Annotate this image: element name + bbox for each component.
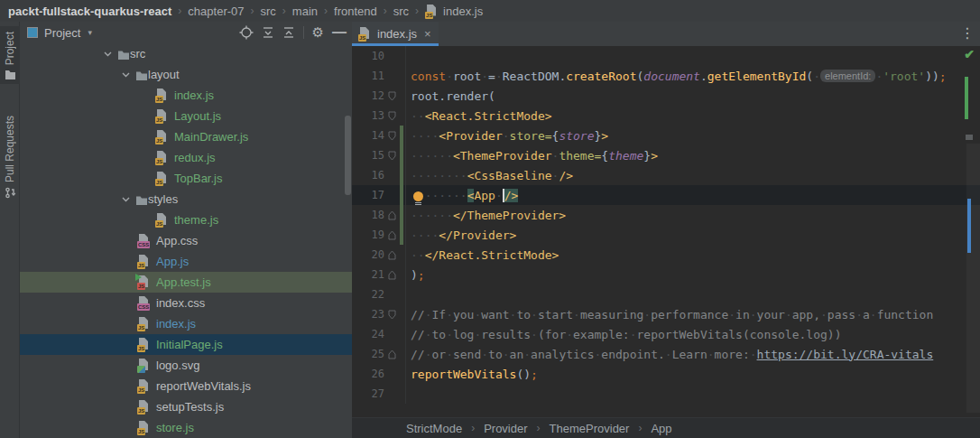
settings-gear-icon[interactable]: ⚙ <box>312 26 324 39</box>
tree-item-App.js[interactable]: JSApp.js <box>20 251 352 272</box>
tree-item-styles[interactable]: styles <box>20 189 352 210</box>
title-segment-main[interactable]: main <box>292 5 318 18</box>
code-text[interactable]: root.render( <box>406 89 495 103</box>
code-line-12[interactable]: 12root.render( <box>352 86 980 106</box>
breadcrumb-item-App[interactable]: App <box>651 422 671 435</box>
chevron-expanded-icon[interactable] <box>119 72 132 78</box>
code-line-19[interactable]: 19····</Provider> <box>352 225 980 245</box>
code-line-17[interactable]: 17········<App·/> <box>352 185 980 205</box>
code-line-13[interactable]: 13··<React.StrictMode> <box>352 106 980 126</box>
chevron-expanded-icon[interactable] <box>101 51 114 57</box>
code-text[interactable]: //·or·send·to·an·analytics·endpoint.·Lea… <box>406 348 933 361</box>
code-text[interactable]: ··<React.StrictMode> <box>406 109 552 123</box>
locate-file-icon[interactable] <box>239 25 254 40</box>
code-text[interactable]: //·If·you·want·to·start·measuring·perfor… <box>406 308 933 322</box>
code-text[interactable]: ········<App·/> <box>406 189 518 202</box>
fold-marker-icon[interactable] <box>384 310 399 320</box>
fold-marker-icon[interactable] <box>384 230 399 240</box>
tool-button-project[interactable]: Project <box>0 26 20 84</box>
js-file-icon: JS <box>137 379 151 393</box>
tree-item-MainDrawer.js[interactable]: JSMainDrawer.js <box>20 126 352 147</box>
expand-all-icon[interactable] <box>262 26 274 39</box>
tab-index-js[interactable]: JS index.js × <box>352 22 439 46</box>
tree-item-App.css[interactable]: CSSApp.css <box>20 230 352 251</box>
breadcrumb-separator: › <box>471 422 475 434</box>
breadcrumb-item-Provider[interactable]: Provider <box>484 422 527 435</box>
title-segment-frontend[interactable]: frontend <box>334 5 377 18</box>
intention-bulb-icon[interactable] <box>413 191 424 206</box>
fold-marker-icon[interactable] <box>384 111 399 121</box>
title-segment-packt-fullstack-quarkus-react[interactable]: packt-fullstack-quarkus-react <box>8 5 171 18</box>
code-line-24[interactable]: 24//·to·log·results·(for·example:·report… <box>352 324 980 344</box>
tree-item-logo.svg[interactable]: logo.svg <box>20 355 352 376</box>
fold-marker-icon[interactable] <box>384 349 399 359</box>
close-icon[interactable]: × <box>424 27 431 41</box>
code-text[interactable]: ····<Provider·store={store}> <box>406 129 608 143</box>
breadcrumb-separator: › <box>282 5 286 17</box>
tree-item-App.test.js[interactable]: JSApp.test.js <box>20 272 352 293</box>
code-text[interactable]: ········<CssBaseline·/> <box>406 169 573 182</box>
code-text[interactable]: ); <box>406 268 425 282</box>
code-line-11[interactable]: 11const·root·=·ReactDOM.createRoot(docum… <box>352 66 980 86</box>
code-line-25[interactable]: 25//·or·send·to·an·analytics·endpoint.·L… <box>352 344 980 364</box>
breadcrumb-item-StrictMode[interactable]: StrictMode <box>406 422 462 435</box>
hide-panel-icon[interactable]: — <box>332 24 347 41</box>
chevron-down-icon[interactable]: ▾ <box>88 28 92 37</box>
code-line-14[interactable]: 14····<Provider·store={store}> <box>352 126 980 145</box>
tree-item-redux.js[interactable]: JSredux.js <box>20 147 352 168</box>
tree-item-store.js[interactable]: JSstore.js <box>20 417 352 438</box>
tool-button-pull-requests[interactable]: Pull Requests <box>0 116 20 199</box>
editor-scrollbar-track[interactable] <box>966 144 980 413</box>
code-line-10[interactable]: 10 <box>352 46 980 66</box>
code-line-20[interactable]: 20··</React.StrictMode> <box>352 245 980 265</box>
tree-item-layout[interactable]: layout <box>20 64 352 85</box>
collapse-all-icon[interactable] <box>282 26 295 39</box>
tree-item-Layout.js[interactable]: JSLayout.js <box>20 106 352 126</box>
tree-item-index.js[interactable]: JSindex.js <box>20 85 352 106</box>
code-text[interactable]: ··</React.StrictMode> <box>406 248 559 262</box>
code-line-16[interactable]: 16········<CssBaseline·/> <box>352 165 980 185</box>
code-line-15[interactable]: 15······<ThemeProvider·theme={theme}> <box>352 145 980 165</box>
title-segment-src[interactable]: src <box>393 5 409 18</box>
tree-item-src[interactable]: src <box>20 43 352 64</box>
fold-marker-icon[interactable] <box>384 151 399 161</box>
code-line-18[interactable]: 18······</ThemeProvider> <box>352 205 980 225</box>
code-line-27[interactable]: 27 <box>352 384 980 404</box>
tree-item-InitialPage.js[interactable]: JSInitialPage.js <box>20 334 352 355</box>
folder-icon <box>122 197 130 202</box>
code-line-22[interactable]: 22 <box>352 284 980 304</box>
fold-marker-icon[interactable] <box>384 270 399 280</box>
fold-marker-icon[interactable] <box>384 250 399 260</box>
breadcrumb-item-ThemeProvider[interactable]: ThemeProvider <box>550 422 630 435</box>
project-panel-title[interactable]: Project <box>44 26 80 40</box>
stripe-tick-mark <box>966 135 973 140</box>
tree-item-index.js[interactable]: JSindex.js <box>20 313 352 334</box>
title-segment-index.js[interactable]: index.js <box>443 5 483 18</box>
code-text[interactable]: const·root·=·ReactDOM.createRoot(documen… <box>406 70 947 83</box>
chevron-expanded-icon[interactable] <box>119 197 132 202</box>
tree-scrollbar-thumb[interactable] <box>345 116 351 195</box>
code-editor[interactable]: 1011const·root·=·ReactDOM.createRoot(doc… <box>352 46 980 417</box>
title-segment-src[interactable]: src <box>261 5 276 18</box>
code-text[interactable]: ····</Provider> <box>406 228 516 242</box>
tree-item-TopBar.js[interactable]: JSTopBar.js <box>20 168 352 189</box>
tree-item-setupTests.js[interactable]: JSsetupTests.js <box>20 396 352 417</box>
fold-marker-icon[interactable] <box>384 131 399 141</box>
title-segment-chapter-07[interactable]: chapter-07 <box>188 5 244 18</box>
fold-marker-icon[interactable] <box>384 91 399 101</box>
code-text[interactable]: reportWebVitals(); <box>406 368 538 381</box>
code-text[interactable]: //·to·log·results·(for·example:·reportWe… <box>406 328 841 341</box>
vcs-change-strip <box>400 225 403 245</box>
code-line-21[interactable]: 21); <box>352 265 980 284</box>
fold-marker-icon[interactable] <box>384 210 399 220</box>
line-number: 17 <box>352 189 384 201</box>
tree-item-reportWebVitals.js[interactable]: JSreportWebVitals.js <box>20 376 352 396</box>
code-line-26[interactable]: 26reportWebVitals(); <box>352 364 980 384</box>
more-options-icon[interactable]: ⋮ <box>960 25 975 42</box>
code-text[interactable]: ······</ThemeProvider> <box>406 209 566 222</box>
tree-item-theme.js[interactable]: JStheme.js <box>20 210 352 230</box>
code-line-23[interactable]: 23//·If·you·want·to·start·measuring·perf… <box>352 304 980 324</box>
tree-item-index.css[interactable]: CSSindex.css <box>20 293 352 313</box>
vcs-change-strip <box>400 344 403 364</box>
code-text[interactable]: ······<ThemeProvider·theme={theme}> <box>406 149 658 163</box>
